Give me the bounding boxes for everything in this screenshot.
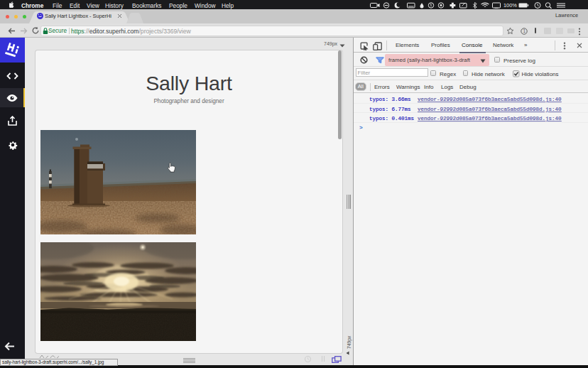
svg-text:1: 1 [523, 28, 526, 33]
svg-text:749px: 749px [347, 335, 352, 349]
